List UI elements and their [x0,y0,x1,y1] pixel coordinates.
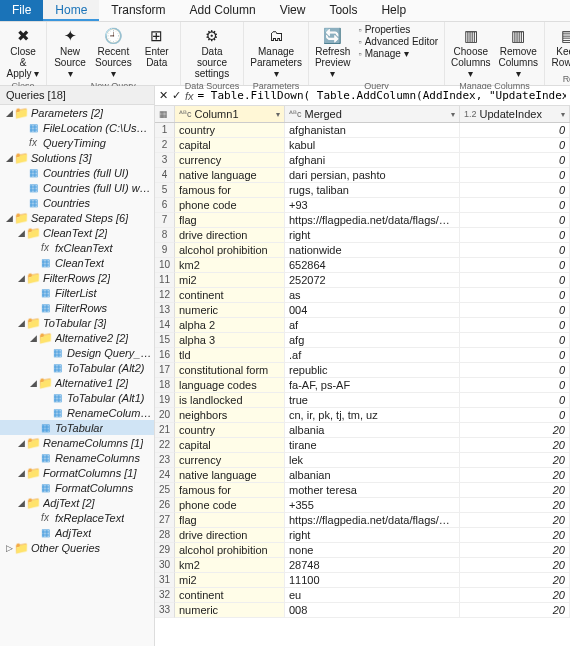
ribbon-btn[interactable]: 🔄RefreshPreview ▾ [313,24,353,80]
tree-item[interactable]: ▦ToTabular (Alt1) [0,390,154,405]
cell[interactable]: mi2 [175,573,285,588]
row-number[interactable]: 23 [155,453,175,468]
tab-transform[interactable]: Transform [99,0,177,21]
table-row[interactable]: 11mi22520720 [155,273,570,288]
row-number[interactable]: 14 [155,318,175,333]
tree-item[interactable]: ▦Countries (full UI) [0,165,154,180]
cell[interactable]: fa-AF, ps-AF [285,378,460,393]
cell[interactable]: cn, ir, pk, tj, tm, uz [285,408,460,423]
tree-item[interactable]: fxfxCleanText [0,240,154,255]
cell[interactable]: native language [175,168,285,183]
expand-icon[interactable]: ◢ [16,438,26,448]
table-row[interactable]: 19is landlockedtrue0 [155,393,570,408]
cell[interactable]: country [175,423,285,438]
expand-icon[interactable]: ◢ [16,318,26,328]
tree-item[interactable]: ▦ToTabular (Alt2) [0,360,154,375]
column-header[interactable]: 1.2UpdateIndex▾ [460,106,570,122]
tab-home[interactable]: Home [43,0,99,21]
table-row[interactable]: 25famous formother teresa20 [155,483,570,498]
tree-item[interactable]: ▦Countries (full UI) with... [0,180,154,195]
tab-tools[interactable]: Tools [317,0,369,21]
table-row[interactable]: 13numeric0040 [155,303,570,318]
cell[interactable]: constitutional form [175,363,285,378]
cell[interactable]: tld [175,348,285,363]
cell[interactable]: native language [175,468,285,483]
cell[interactable]: language codes [175,378,285,393]
cell[interactable]: 20 [460,528,570,543]
table-row[interactable]: 16tld.af0 [155,348,570,363]
row-number[interactable]: 19 [155,393,175,408]
close-icon[interactable]: ✕ [159,89,168,102]
cell[interactable]: 0 [460,198,570,213]
cell[interactable]: albania [285,423,460,438]
table-row[interactable]: 18language codesfa-AF, ps-AF0 [155,378,570,393]
cell[interactable]: 0 [460,393,570,408]
tree-item[interactable]: ▦ToTabular [0,420,154,435]
ribbon-btn[interactable]: ✖Close &Apply ▾ [4,24,42,80]
row-number[interactable]: 16 [155,348,175,363]
cell[interactable]: tirane [285,438,460,453]
row-number[interactable]: 25 [155,483,175,498]
cell[interactable]: mi2 [175,273,285,288]
cell[interactable]: 004 [285,303,460,318]
cell[interactable]: kabul [285,138,460,153]
tab-file[interactable]: File [0,0,43,21]
cell[interactable]: currency [175,453,285,468]
cell[interactable]: +93 [285,198,460,213]
cell[interactable]: true [285,393,460,408]
cell[interactable]: 20 [460,498,570,513]
cell[interactable]: drive direction [175,528,285,543]
row-number[interactable]: 22 [155,438,175,453]
cell[interactable]: 20 [460,468,570,483]
cell[interactable]: albanian [285,468,460,483]
tree-folder[interactable]: ◢📁FormatColumns [1] [0,465,154,480]
expand-icon[interactable]: ◢ [4,213,14,223]
cell[interactable]: flag [175,513,285,528]
table-row[interactable]: 24native languagealbanian20 [155,468,570,483]
row-number[interactable]: 8 [155,228,175,243]
column-header[interactable]: ᴬᴮcMerged▾ [285,106,460,122]
cell[interactable]: dari persian, pashto [285,168,460,183]
tab-help[interactable]: Help [369,0,418,21]
column-header[interactable]: ᴬᴮcColumn1▾ [175,106,285,122]
cell[interactable]: as [285,288,460,303]
expand-icon[interactable]: ◢ [4,153,14,163]
cell[interactable]: 20 [460,423,570,438]
row-number[interactable]: 11 [155,273,175,288]
ribbon-btn[interactable]: ▥ChooseColumns ▾ [449,24,492,80]
row-number[interactable]: 2 [155,138,175,153]
cell[interactable]: continent [175,288,285,303]
cell[interactable]: km2 [175,258,285,273]
cell[interactable]: currency [175,153,285,168]
row-number[interactable]: 12 [155,288,175,303]
expand-icon[interactable]: ◢ [28,378,38,388]
tree-item[interactable]: ▦Countries [0,195,154,210]
row-number[interactable]: 13 [155,303,175,318]
tree-item[interactable]: ▦FilterRows [0,300,154,315]
cell[interactable]: 20 [460,573,570,588]
cell[interactable]: 0 [460,378,570,393]
table-row[interactable]: 29alcohol prohibitionnone20 [155,543,570,558]
cell[interactable]: afg [285,333,460,348]
table-row[interactable]: 1countryafghanistan0 [155,123,570,138]
row-number[interactable]: 20 [155,408,175,423]
cell[interactable]: 0 [460,333,570,348]
tree-item[interactable]: fxQueryTiming [0,135,154,150]
cell[interactable]: 20 [460,603,570,618]
cell[interactable]: 252072 [285,273,460,288]
tree-item[interactable]: fxfxReplaceText [0,510,154,525]
table-row[interactable]: 33numeric00820 [155,603,570,618]
cell[interactable]: afghani [285,153,460,168]
row-number[interactable]: 17 [155,363,175,378]
tab-view[interactable]: View [268,0,318,21]
expand-icon[interactable]: ◢ [16,228,26,238]
cell[interactable]: https://flagpedia.net/data/flags/h80/af.… [285,213,460,228]
cell[interactable]: 20 [460,543,570,558]
cell[interactable]: 0 [460,348,570,363]
cell[interactable]: +355 [285,498,460,513]
expand-icon[interactable]: ◢ [16,498,26,508]
table-row[interactable]: 26phone code+35520 [155,498,570,513]
cell[interactable]: phone code [175,198,285,213]
cell[interactable]: eu [285,588,460,603]
cell[interactable]: .af [285,348,460,363]
